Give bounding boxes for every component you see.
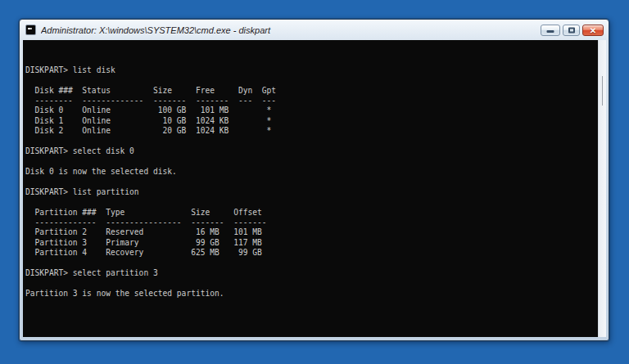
cmd-window: Administrator: X:\windows\SYSTEM32\cmd.e… (19, 19, 609, 341)
close-icon: ✕ (583, 25, 603, 34)
cmd-prompt-icon (25, 25, 36, 35)
console-output: DISKPART> list disk Disk ### Status Size… (25, 65, 598, 299)
minimize-button[interactable] (541, 25, 560, 36)
minimize-icon (547, 30, 554, 33)
desktop: { "desktop": { "background_color": "#226… (0, 0, 629, 364)
close-button[interactable]: ✕ (582, 25, 604, 36)
console-area: DISKPART> list disk Disk ### Status Size… (23, 40, 606, 337)
terminal-screen[interactable]: DISKPART> list disk Disk ### Status Size… (23, 40, 598, 337)
titlebar[interactable]: Administrator: X:\windows\SYSTEM32\cmd.e… (20, 20, 609, 40)
blank-line (25, 319, 598, 329)
scrollbar-thumb[interactable] (602, 76, 603, 106)
window-title: Administrator: X:\windows\SYSTEM32\cmd.e… (41, 25, 534, 35)
vertical-scrollbar[interactable] (598, 40, 606, 337)
window-controls: ✕ (541, 25, 604, 36)
maximize-button[interactable] (563, 25, 580, 36)
maximize-icon (568, 27, 575, 33)
